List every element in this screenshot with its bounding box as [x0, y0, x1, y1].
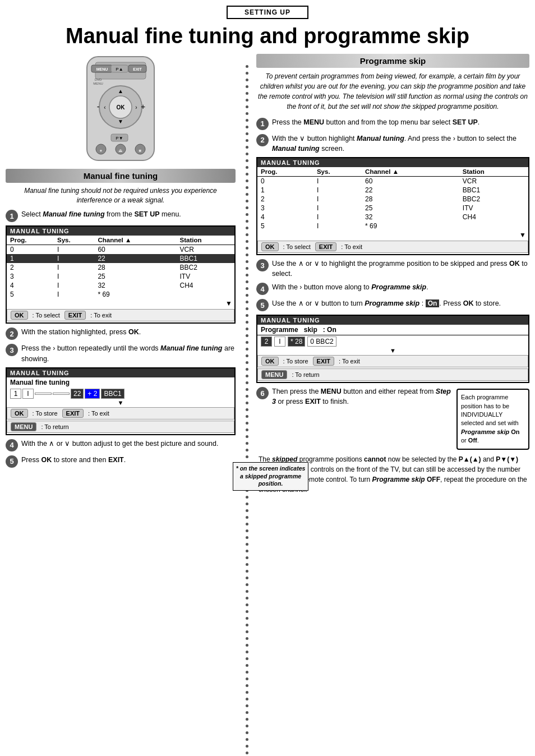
main-layout: MENU DVD MENU EXIT P▲ OK ▲ ▼ ‹ ›	[0, 54, 535, 756]
dot	[246, 341, 248, 344]
tuning-table-1: Prog. Sys. Channel ▲ Station 0I60VCR 1I2…	[7, 236, 234, 308]
ft-ok-label: : To store	[33, 410, 58, 417]
ft-exit-button[interactable]: EXIT	[62, 409, 84, 418]
ft-menu-button[interactable]: MENU	[11, 422, 36, 431]
col-prog: Prog.	[7, 236, 54, 245]
svg-text:MENU: MENU	[93, 82, 103, 85]
right-step-num-5: 5	[256, 299, 269, 311]
r-col-sys: Sys.	[313, 167, 362, 177]
table-row: 5I* 69	[257, 222, 528, 231]
col-channel: Channel ▲	[94, 236, 176, 245]
right-step-6-content: 6 Then press the MENU button and either …	[256, 386, 453, 449]
step-num-2: 2	[6, 328, 18, 340]
dot	[246, 99, 248, 102]
tuning-btn-bar-1: OK : To select EXIT : To exit	[7, 309, 234, 321]
col-station: Station	[176, 236, 234, 245]
dot	[246, 267, 248, 270]
remote-svg: MENU DVD MENU EXIT P▲ OK ▲ ▼ ‹ ›	[64, 54, 177, 163]
header-section: SETTING UP	[0, 0, 535, 21]
dot	[246, 381, 248, 384]
dot	[246, 334, 248, 337]
dot	[246, 92, 248, 95]
dot	[246, 354, 248, 357]
ps-ok-button[interactable]: OK	[261, 357, 279, 366]
dot	[246, 509, 248, 512]
dot	[246, 375, 248, 377]
dot	[246, 583, 248, 586]
mft-intro: Manual fine tuning should not be require…	[6, 186, 236, 205]
table-row: 1I22BBC1	[7, 254, 234, 263]
ft-label: Manual fine tuning	[7, 377, 234, 388]
exit-button[interactable]: EXIT	[64, 311, 86, 320]
dot	[246, 536, 248, 539]
dot	[246, 79, 248, 81]
dot	[246, 442, 248, 445]
dot	[246, 193, 248, 196]
dot	[246, 328, 248, 330]
left-step-2: 2 With the station highlighted, press OK…	[6, 327, 236, 340]
right-column: Programme skip To prevent certain progra…	[253, 54, 529, 756]
left-step-1-text: Select Manual fine tuning from the SET U…	[21, 209, 236, 219]
dot	[246, 206, 248, 209]
dot	[246, 361, 248, 364]
right-step-num-2: 2	[256, 134, 269, 146]
setting-up-label: SETTING UP	[227, 6, 308, 19]
ft-cell-5: 22	[71, 389, 84, 399]
col-sys: Sys.	[54, 236, 94, 245]
svg-text:▼: ▼	[118, 118, 123, 125]
dot	[246, 321, 248, 324]
dot	[246, 529, 248, 532]
ft-cell-4	[53, 393, 70, 395]
ps-on-label: : On	[323, 326, 336, 334]
ps-prog-label: Programme	[261, 326, 298, 334]
step-num-4: 4	[6, 439, 18, 451]
dot	[246, 153, 248, 155]
dot	[246, 314, 248, 317]
ps-exit-button[interactable]: EXIT	[313, 357, 334, 366]
dot	[246, 523, 248, 525]
r-exit-button[interactable]: EXIT	[315, 242, 336, 251]
ps-cell-0bbc2: 0 BBC2	[307, 336, 336, 347]
table-row: 3I25ITV	[7, 272, 234, 281]
fine-tuning-box: MANUAL TUNING Manual fine tuning 1 I 22 …	[6, 367, 236, 435]
table-row: 0I60VCR	[257, 177, 528, 186]
table-row: 3I25ITV	[257, 204, 528, 213]
step-num-3: 3	[6, 344, 18, 356]
dot	[246, 139, 248, 142]
ft-cell-1: 1	[10, 389, 21, 399]
r-ok-button[interactable]: OK	[261, 242, 279, 251]
ok-button[interactable]: OK	[11, 311, 28, 320]
table-row-arrow: ▼	[7, 299, 234, 308]
dot	[246, 563, 248, 566]
dot	[246, 126, 248, 128]
dot	[246, 630, 248, 633]
ps-exit-label: : To exit	[339, 358, 360, 365]
dot	[246, 651, 248, 653]
ft-cell-7: BBC1	[101, 389, 124, 399]
dot	[246, 610, 248, 613]
table-row: 1I22BBC1	[257, 186, 528, 195]
ps-menu-button[interactable]: MENU	[261, 370, 287, 379]
ft-ok-button[interactable]: OK	[11, 409, 28, 418]
exit-label: : To exit	[90, 312, 112, 319]
ps-prog-row: Programme skip : On	[257, 325, 528, 335]
dot	[246, 112, 248, 115]
dot	[246, 731, 248, 734]
right-step-6-wrapper: 6 Then press the MENU button and either …	[256, 386, 529, 449]
step-num-1: 1	[6, 210, 18, 222]
r-col-channel: Channel ▲	[362, 167, 459, 177]
left-step-3-text: Press the › button repeatedly until the …	[21, 343, 236, 363]
dot	[246, 85, 248, 88]
ft-cell-3	[35, 393, 52, 395]
dot	[246, 664, 248, 667]
svg-text:›: ›	[135, 104, 137, 110]
on-badge: On	[426, 299, 440, 307]
table-row: 0I60VCR	[7, 245, 234, 255]
dot	[246, 65, 248, 68]
dot	[246, 624, 248, 626]
dot	[246, 590, 248, 593]
left-column: MENU DVD MENU EXIT P▲ OK ▲ ▼ ‹ ›	[6, 54, 241, 756]
dot	[246, 159, 248, 162]
right-step-6-text: Then press the MENU button and either re…	[272, 386, 453, 407]
dot	[246, 745, 248, 748]
